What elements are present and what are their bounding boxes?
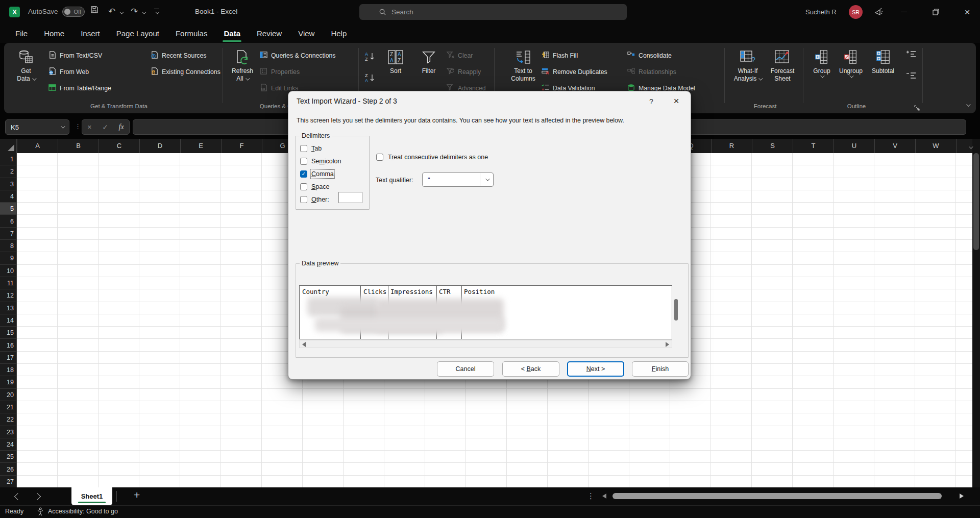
vertical-scrollbar-thumb[interactable] [973, 153, 979, 250]
column-header-D[interactable]: D [139, 139, 180, 153]
confirm-entry-icon[interactable]: ✓ [102, 123, 108, 131]
from-web-button[interactable]: From Web [48, 66, 89, 78]
vertical-scrollbar[interactable] [972, 139, 980, 487]
row-header-14[interactable]: 14 [0, 314, 17, 327]
tab-insert[interactable]: Insert [72, 24, 108, 43]
checkbox[interactable] [376, 154, 383, 161]
row-header-8[interactable]: 8 [0, 240, 17, 252]
column-header-S[interactable]: S [752, 139, 793, 153]
cancel-button[interactable]: Cancel [437, 361, 494, 377]
avatar[interactable]: SR [849, 5, 863, 19]
refresh-all-button[interactable]: Refresh All [228, 47, 257, 83]
from-table-range-button[interactable]: From Table/Range [48, 82, 111, 94]
autosave-toggle[interactable]: Off [62, 7, 85, 17]
queries-connections-button[interactable]: Queries & Connections [259, 50, 335, 62]
column-header-W[interactable]: W [915, 139, 956, 153]
row-header-7[interactable]: 7 [0, 228, 17, 240]
formula-bar-expand-icon[interactable] [969, 142, 972, 151]
hide-detail-button[interactable] [905, 71, 917, 82]
other-delimiter-input[interactable] [338, 192, 362, 203]
row-header-22[interactable]: 22 [0, 413, 17, 426]
row-header-1[interactable]: 1 [0, 153, 17, 165]
ungroup-button[interactable]: Ungroup [836, 47, 866, 78]
row-header-16[interactable]: 16 [0, 339, 17, 352]
row-header-9[interactable]: 9 [0, 252, 17, 264]
sheet-tab-sheet1[interactable]: Sheet1 [71, 487, 112, 505]
tab-file[interactable]: File [7, 24, 36, 43]
text-to-columns-button[interactable]: Text to Columns [508, 47, 538, 83]
name-box[interactable]: K5 [5, 119, 69, 135]
delimiter-space[interactable]: Space [296, 180, 369, 193]
customize-qat-chevron-icon[interactable] [155, 10, 159, 14]
formula-bar-drag-handle[interactable]: ⋮ [75, 122, 81, 130]
dialog-close-button[interactable]: × [669, 94, 683, 108]
back-button[interactable]: < Back [502, 361, 559, 377]
horizontal-scrollbar-thumb[interactable] [612, 493, 942, 499]
existing-connections-button[interactable]: Existing Connections [150, 66, 220, 78]
row-header-18[interactable]: 18 [0, 364, 17, 376]
prev-sheet-icon[interactable] [14, 493, 21, 500]
sort-za-button[interactable]: ZA [364, 72, 376, 86]
row-header-4[interactable]: 4 [0, 190, 17, 203]
filter-button[interactable]: Filter [415, 47, 442, 75]
row-header-12[interactable]: 12 [0, 289, 17, 302]
insert-function-icon[interactable]: fx [119, 123, 124, 131]
minimize-button[interactable] [892, 0, 916, 24]
name-box-chevron-icon[interactable] [61, 124, 65, 128]
tab-help[interactable]: Help [323, 24, 355, 43]
treat-consecutive-checkbox[interactable]: Treat consecutive delimiters as one [376, 154, 488, 161]
redo-chevron-icon[interactable] [142, 10, 146, 14]
delimiter-semicolon[interactable]: Semicolon [296, 155, 369, 167]
row-header-27[interactable]: 27 [0, 476, 17, 487]
row-header-15[interactable]: 15 [0, 327, 17, 339]
row-header-11[interactable]: 11 [0, 277, 17, 289]
close-button[interactable]: × [955, 0, 979, 24]
delimiter-tab[interactable]: Tab [296, 142, 369, 155]
outline-dialog-launcher-icon[interactable] [914, 104, 920, 111]
row-header-21[interactable]: 21 [0, 401, 17, 413]
column-header-E[interactable]: E [180, 139, 221, 153]
customize-qat-icon[interactable] [154, 9, 159, 9]
row-header-26[interactable]: 26 [0, 463, 17, 476]
tab-page-layout[interactable]: Page Layout [108, 24, 167, 43]
sheet-options-icon[interactable]: ⋮ [587, 491, 595, 501]
row-header-17[interactable]: 17 [0, 352, 17, 364]
row-header-10[interactable]: 10 [0, 265, 17, 277]
column-header-B[interactable]: B [58, 139, 99, 153]
text-qualifier-dropdown[interactable]: " [422, 172, 494, 187]
add-sheet-button[interactable]: + [134, 489, 140, 501]
flash-fill-button[interactable]: Flash Fill [541, 50, 578, 62]
column-header-T[interactable]: T [793, 139, 834, 153]
show-detail-button[interactable] [905, 50, 917, 60]
preview-horizontal-scrollbar[interactable] [299, 340, 672, 348]
scroll-left-icon[interactable] [302, 342, 306, 347]
user-name[interactable]: Sucheth R [805, 8, 837, 16]
checkbox[interactable] [300, 196, 307, 203]
next-button[interactable]: Next > [567, 361, 624, 377]
column-header-V[interactable]: V [874, 139, 915, 153]
tab-data[interactable]: Data [215, 24, 249, 43]
row-header-19[interactable]: 19 [0, 376, 17, 388]
row-header-2[interactable]: 2 [0, 165, 17, 178]
dialog-help-button[interactable]: ? [645, 95, 658, 108]
properties-button[interactable]: Properties [259, 66, 300, 78]
sort-az-button[interactable]: AZ [364, 51, 376, 64]
undo-icon[interactable]: ↶ [108, 6, 115, 17]
tab-formulas[interactable]: Formulas [167, 24, 216, 43]
excel-app-icon[interactable]: X [9, 7, 20, 17]
row-header-13[interactable]: 13 [0, 302, 17, 314]
column-header-A[interactable]: A [17, 139, 58, 153]
column-header-F[interactable]: F [221, 139, 262, 153]
reapply-filter-button[interactable]: Reapply [446, 66, 481, 78]
dropdown-chevron-icon[interactable] [480, 173, 493, 186]
preview-table[interactable]: CountryClicksImpressionsCTRPosition [299, 285, 672, 339]
row-header-25[interactable]: 25 [0, 451, 17, 463]
row-header-3[interactable]: 3 [0, 178, 17, 190]
redo-icon[interactable]: ↷ [131, 6, 138, 17]
restore-button[interactable] [924, 0, 947, 24]
get-data-button[interactable]: Get Data [11, 47, 41, 83]
column-header-C[interactable]: C [99, 139, 139, 153]
subtotal-button[interactable]: Subtotal [868, 47, 898, 75]
tab-view[interactable]: View [290, 24, 323, 43]
next-sheet-icon[interactable] [34, 493, 41, 500]
